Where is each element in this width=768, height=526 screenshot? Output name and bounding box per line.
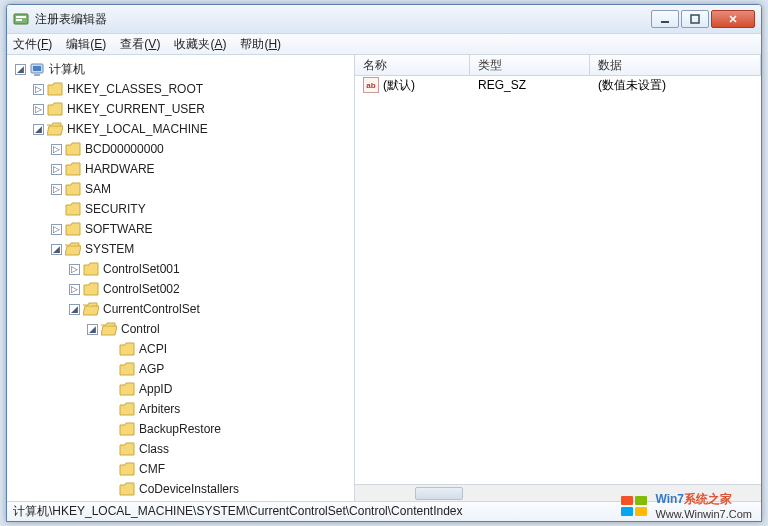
tree-node-system[interactable]: ◢SYSTEM bbox=[51, 239, 352, 259]
menu-edit[interactable]: 编辑(E) bbox=[66, 36, 106, 53]
tree-node[interactable]: Arbiters bbox=[105, 399, 352, 419]
tree-label: HKEY_CLASSES_ROOT bbox=[67, 82, 203, 96]
menu-file[interactable]: 文件(F) bbox=[13, 36, 52, 53]
folder-open-icon bbox=[47, 122, 63, 136]
menubar: 文件(F) 编辑(E) 查看(V) 收藏夹(A) 帮助(H) bbox=[7, 33, 761, 55]
folder-icon bbox=[119, 442, 135, 456]
tree-node[interactable]: SECURITY bbox=[51, 199, 352, 219]
tree-label: Class bbox=[139, 442, 169, 456]
no-toggle bbox=[51, 204, 62, 215]
menu-favorites[interactable]: 收藏夹(A) bbox=[174, 36, 226, 53]
svg-rect-6 bbox=[33, 66, 41, 71]
list-pane: 名称 类型 数据 ab(默认) REG_SZ (数值未设置) bbox=[355, 55, 761, 501]
svg-rect-3 bbox=[661, 21, 669, 23]
column-data[interactable]: 数据 bbox=[590, 55, 761, 75]
tree-label: BackupRestore bbox=[139, 422, 221, 436]
tree-node[interactable]: ▷HARDWARE bbox=[51, 159, 352, 179]
column-type[interactable]: 类型 bbox=[470, 55, 590, 75]
tree-node[interactable]: ACPI bbox=[105, 339, 352, 359]
folder-icon bbox=[119, 382, 135, 396]
tree-node[interactable]: ▷SAM bbox=[51, 179, 352, 199]
minimize-button[interactable] bbox=[651, 10, 679, 28]
watermark-text: Win7系统之家 Www.Winwin7.Com bbox=[655, 491, 752, 520]
column-name[interactable]: 名称 bbox=[355, 55, 470, 75]
collapse-icon[interactable]: ◢ bbox=[33, 124, 44, 135]
svg-rect-4 bbox=[691, 15, 699, 23]
tree-label: ControlSet001 bbox=[103, 262, 180, 276]
close-button[interactable] bbox=[711, 10, 755, 28]
tree-node[interactable]: CoDeviceInstallers bbox=[105, 479, 352, 499]
tree-label: AGP bbox=[139, 362, 164, 376]
tree-node[interactable]: Class bbox=[105, 439, 352, 459]
folder-icon bbox=[65, 162, 81, 176]
tree-node[interactable]: ▷SOFTWARE bbox=[51, 219, 352, 239]
expand-icon[interactable]: ▷ bbox=[33, 84, 44, 95]
tree-pane[interactable]: ◢ 计算机 ▷HKEY_CLASSES_ROOT ▷HKEY_CURRENT_U… bbox=[7, 55, 355, 501]
expand-icon[interactable]: ▷ bbox=[51, 224, 62, 235]
watermark: Win7系统之家 Www.Winwin7.Com bbox=[621, 491, 752, 520]
tree-node-ccs[interactable]: ◢CurrentControlSet bbox=[69, 299, 352, 319]
tree-node-computer[interactable]: ◢ 计算机 bbox=[15, 59, 352, 79]
listview-body[interactable]: ab(默认) REG_SZ (数值未设置) bbox=[355, 76, 761, 484]
listview-header: 名称 类型 数据 bbox=[355, 55, 761, 76]
maximize-button[interactable] bbox=[681, 10, 709, 28]
registry-tree: ◢ 计算机 ▷HKEY_CLASSES_ROOT ▷HKEY_CURRENT_U… bbox=[7, 55, 354, 501]
tree-node[interactable]: ▷BCD00000000 bbox=[51, 139, 352, 159]
content: ◢ 计算机 ▷HKEY_CLASSES_ROOT ▷HKEY_CURRENT_U… bbox=[7, 55, 761, 501]
expand-icon[interactable]: ▷ bbox=[51, 144, 62, 155]
window: 注册表编辑器 文件(F) 编辑(E) 查看(V) 收藏夹(A) 帮助(H) ◢ … bbox=[6, 4, 762, 522]
tree-label: AppID bbox=[139, 382, 172, 396]
expand-icon[interactable]: ▷ bbox=[69, 264, 80, 275]
expand-icon[interactable]: ▷ bbox=[51, 164, 62, 175]
app-icon bbox=[13, 11, 29, 27]
tree-node-control[interactable]: ◢Control bbox=[87, 319, 352, 339]
folder-icon bbox=[83, 262, 99, 276]
tree-label: Arbiters bbox=[139, 402, 180, 416]
folder-icon bbox=[47, 102, 63, 116]
folder-icon bbox=[119, 482, 135, 496]
tree-node[interactable]: BackupRestore bbox=[105, 419, 352, 439]
folder-icon bbox=[65, 142, 81, 156]
expand-icon[interactable]: ▷ bbox=[69, 284, 80, 295]
svg-rect-1 bbox=[16, 16, 26, 18]
folder-icon bbox=[119, 342, 135, 356]
tree-label: 计算机 bbox=[49, 61, 85, 78]
collapse-icon[interactable]: ◢ bbox=[15, 64, 26, 75]
tree-node-hkcr[interactable]: ▷HKEY_CLASSES_ROOT bbox=[33, 79, 352, 99]
menu-view[interactable]: 查看(V) bbox=[120, 36, 160, 53]
expand-icon[interactable]: ▷ bbox=[33, 104, 44, 115]
computer-icon bbox=[29, 62, 45, 76]
tree-node[interactable]: AGP bbox=[105, 359, 352, 379]
tree-label: SECURITY bbox=[85, 202, 146, 216]
tree-node[interactable]: ▷ControlSet001 bbox=[69, 259, 352, 279]
windows-logo-icon bbox=[621, 496, 649, 516]
folder-open-icon bbox=[65, 242, 81, 256]
window-title: 注册表编辑器 bbox=[35, 11, 651, 28]
list-item[interactable]: ab(默认) REG_SZ (数值未设置) bbox=[355, 76, 761, 94]
value-type-cell: REG_SZ bbox=[470, 78, 590, 92]
expand-icon[interactable]: ▷ bbox=[51, 184, 62, 195]
tree-label: SOFTWARE bbox=[85, 222, 153, 236]
tree-node[interactable]: ▷ControlSet002 bbox=[69, 279, 352, 299]
tree-label: HKEY_CURRENT_USER bbox=[67, 102, 205, 116]
string-value-icon: ab bbox=[363, 77, 379, 93]
scrollbar-thumb[interactable] bbox=[415, 487, 463, 500]
collapse-icon[interactable]: ◢ bbox=[69, 304, 80, 315]
tree-label: Control bbox=[121, 322, 160, 336]
value-data-cell: (数值未设置) bbox=[590, 77, 761, 94]
collapse-icon[interactable]: ◢ bbox=[87, 324, 98, 335]
titlebar[interactable]: 注册表编辑器 bbox=[7, 5, 761, 33]
tree-node[interactable]: CMF bbox=[105, 459, 352, 479]
tree-node-hkcu[interactable]: ▷HKEY_CURRENT_USER bbox=[33, 99, 352, 119]
collapse-icon[interactable]: ◢ bbox=[51, 244, 62, 255]
tree-label: BCD00000000 bbox=[85, 142, 164, 156]
svg-rect-2 bbox=[16, 19, 22, 21]
tree-label: SYSTEM bbox=[85, 242, 134, 256]
folder-icon bbox=[119, 402, 135, 416]
tree-node-hklm[interactable]: ◢HKEY_LOCAL_MACHINE bbox=[33, 119, 352, 139]
window-controls bbox=[651, 10, 755, 28]
folder-open-icon bbox=[101, 322, 117, 336]
folder-icon bbox=[119, 462, 135, 476]
tree-node[interactable]: AppID bbox=[105, 379, 352, 399]
menu-help[interactable]: 帮助(H) bbox=[240, 36, 281, 53]
